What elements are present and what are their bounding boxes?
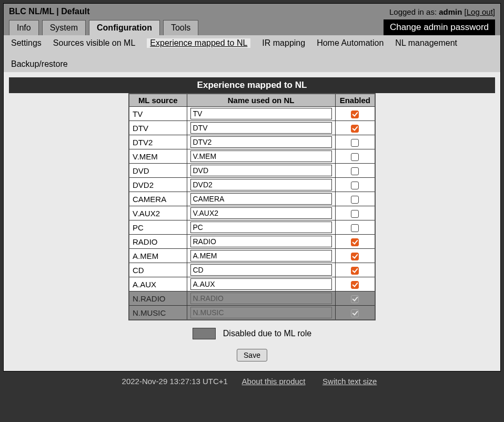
name-input[interactable] xyxy=(190,236,332,247)
legend-swatch xyxy=(193,328,216,339)
name-input xyxy=(190,307,332,318)
enabled-checkbox[interactable] xyxy=(351,267,359,275)
enabled-checkbox[interactable] xyxy=(351,153,359,161)
enabled-cell xyxy=(335,192,375,206)
ml-source-cell: V.AUX2 xyxy=(129,206,187,220)
sub-nav: SettingsSources visible on MLExperience … xyxy=(4,35,500,72)
enabled-cell xyxy=(335,249,375,263)
enabled-checkbox[interactable] xyxy=(351,281,359,289)
enabled-cell xyxy=(335,164,375,178)
textsize-link[interactable]: Switch text size xyxy=(322,377,377,386)
name-cell xyxy=(187,263,335,277)
ml-source-cell: CAMERA xyxy=(129,192,187,206)
enabled-cell xyxy=(335,107,375,121)
name-input[interactable] xyxy=(190,222,332,233)
ml-source-cell: RADIO xyxy=(129,235,187,249)
name-input[interactable] xyxy=(190,136,332,148)
name-cell xyxy=(187,249,335,263)
name-cell xyxy=(187,178,335,192)
tab-system[interactable]: System xyxy=(42,20,86,35)
table-row: DTV2 xyxy=(129,135,375,149)
subnav-ir-mapping[interactable]: IR mapping xyxy=(262,38,305,48)
table-row: A.AUX xyxy=(129,277,375,292)
ml-source-cell: TV xyxy=(129,107,187,121)
name-input[interactable] xyxy=(190,207,332,219)
footer-timestamp: 2022-Nov-29 13:27:13 UTC+1 xyxy=(122,377,228,386)
save-button[interactable]: Save xyxy=(237,349,267,361)
main-tabs: InfoSystemConfigurationToolsChange admin… xyxy=(9,19,495,35)
enabled-checkbox[interactable] xyxy=(351,167,359,175)
name-input[interactable] xyxy=(190,122,332,134)
enabled-checkbox[interactable] xyxy=(351,238,359,246)
name-cell xyxy=(187,135,335,149)
table-row: PC xyxy=(129,220,375,235)
subnav-experience-mapped-to-nl[interactable]: Experience mapped to NL xyxy=(147,38,250,48)
enabled-cell xyxy=(335,277,375,292)
logout-link[interactable]: Log out xyxy=(467,7,493,16)
ml-source-cell: A.MEM xyxy=(129,249,187,263)
table-row: DTV xyxy=(129,121,375,135)
enabled-cell xyxy=(335,263,375,277)
logged-in-user: admin xyxy=(439,7,462,16)
enabled-checkbox[interactable] xyxy=(351,125,359,133)
name-input[interactable] xyxy=(190,150,332,162)
enabled-checkbox[interactable] xyxy=(351,196,359,204)
enabled-cell xyxy=(335,178,375,192)
brand-title: BLC NL/ML | Default xyxy=(9,7,90,16)
table-row: DVD2 xyxy=(129,178,375,192)
name-input[interactable] xyxy=(190,193,332,205)
ml-source-cell: N.RADIO xyxy=(129,292,187,306)
footer: 2022-Nov-29 13:27:13 UTC+1 About this pr… xyxy=(3,371,501,401)
enabled-checkbox[interactable] xyxy=(351,253,359,260)
name-input[interactable] xyxy=(190,264,332,276)
tab-configuration[interactable]: Configuration xyxy=(89,20,160,35)
tab-tools[interactable]: Tools xyxy=(163,20,198,35)
subnav-settings[interactable]: Settings xyxy=(11,38,42,48)
enabled-checkbox xyxy=(351,309,359,317)
name-input[interactable] xyxy=(190,165,332,176)
table-row: V.AUX2 xyxy=(129,206,375,220)
name-input[interactable] xyxy=(190,278,332,290)
name-cell xyxy=(187,149,335,164)
change-password-button[interactable]: Change admin password xyxy=(384,19,495,35)
enabled-checkbox[interactable] xyxy=(351,182,359,189)
ml-source-cell: A.AUX xyxy=(129,277,187,292)
logged-in-prefix: Logged in as: xyxy=(389,7,439,16)
name-cell xyxy=(187,220,335,235)
panel-title: Experience mapped to NL xyxy=(9,77,495,93)
tab-info[interactable]: Info xyxy=(9,20,39,35)
ml-source-cell: DTV2 xyxy=(129,135,187,149)
enabled-cell xyxy=(335,292,375,306)
name-cell xyxy=(187,192,335,206)
enabled-checkbox[interactable] xyxy=(351,139,359,147)
subnav-sources-visible-on-ml[interactable]: Sources visible on ML xyxy=(53,38,136,48)
name-input[interactable] xyxy=(190,108,332,119)
ml-source-cell: DTV xyxy=(129,121,187,135)
enabled-checkbox[interactable] xyxy=(351,210,359,218)
name-cell xyxy=(187,292,335,306)
enabled-cell xyxy=(335,121,375,135)
table-row: RADIO xyxy=(129,235,375,249)
subnav-home-automation[interactable]: Home Automation xyxy=(317,38,384,48)
about-link[interactable]: About this product xyxy=(242,377,306,386)
name-cell xyxy=(187,107,335,121)
enabled-checkbox xyxy=(351,295,359,303)
enabled-checkbox[interactable] xyxy=(351,110,359,118)
source-table: ML source Name used on NL Enabled TVDTVD… xyxy=(128,93,376,320)
login-status: Logged in as: admin [Log out] xyxy=(389,7,495,16)
ml-source-cell: V.MEM xyxy=(129,149,187,164)
name-cell xyxy=(187,277,335,292)
subnav-backup-restore[interactable]: Backup/restore xyxy=(11,59,68,69)
enabled-cell xyxy=(335,206,375,220)
enabled-cell xyxy=(335,135,375,149)
enabled-cell xyxy=(335,235,375,249)
table-row: N.MUSIC xyxy=(129,306,375,320)
subnav-nl-management[interactable]: NL management xyxy=(395,38,457,48)
name-input[interactable] xyxy=(190,179,332,190)
ml-source-cell: N.MUSIC xyxy=(129,306,187,320)
enabled-checkbox[interactable] xyxy=(351,224,359,232)
name-input[interactable] xyxy=(190,250,332,262)
table-row: TV xyxy=(129,107,375,121)
ml-source-cell: PC xyxy=(129,220,187,235)
name-cell xyxy=(187,235,335,249)
